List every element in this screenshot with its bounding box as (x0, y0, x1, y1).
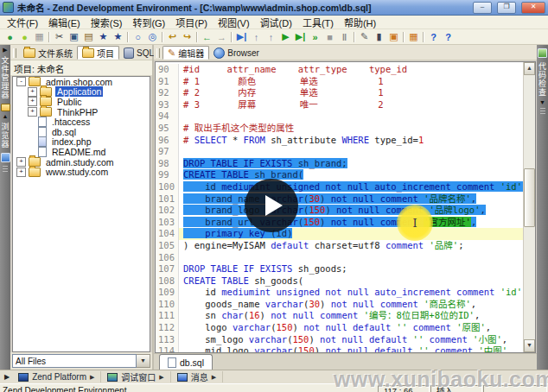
tree-expander-icon[interactable]: + (16, 168, 26, 177)
new-file-icon[interactable]: ● (3, 30, 17, 43)
document-tab-dbsql[interactable]: db.sql (159, 354, 213, 370)
tree-row-3[interactable]: +ThinkPHP (13, 107, 150, 117)
editor-panel-tab-1[interactable]: Browser (209, 47, 264, 59)
code-line-105[interactable]: 105) engine=MyISAM default charset=utf8 … (156, 240, 523, 252)
code-line-97[interactable]: 97 (156, 146, 523, 158)
minimize-button[interactable]: – (473, 2, 492, 14)
cut-icon[interactable]: ✂ (52, 30, 67, 43)
save-icon[interactable]: ▦ (32, 30, 47, 43)
run-icon[interactable]: ▶ (278, 30, 293, 43)
scrollbar-track[interactable] (524, 75, 535, 339)
step-into-icon[interactable]: ↑ (249, 30, 264, 43)
left-panel-tab-0[interactable]: 文件系统 (19, 47, 77, 59)
menu-item-3[interactable]: 转到(G) (127, 16, 170, 29)
tree-expander-icon[interactable]: - (16, 77, 26, 86)
code-line-91[interactable]: 91# 1 颜色 单选 1 (156, 76, 523, 88)
code-line-99[interactable]: 99CREATE TABLE sh_brand( (156, 169, 523, 181)
help-icon[interactable]: ? (426, 30, 441, 43)
forward-icon[interactable]: → (214, 30, 229, 43)
right-dock-strip[interactable]: 代码检查 ▼ (537, 45, 548, 370)
menu-item-7[interactable]: 工具(T) (297, 16, 339, 29)
find-icon[interactable]: ○ (131, 30, 145, 43)
close-button[interactable]: ✕ (521, 2, 545, 14)
code-editor[interactable]: 90#id attr_name attr_type type_id91# 1 颜… (155, 61, 536, 353)
paste-icon[interactable]: ▤ (81, 30, 96, 43)
dock-down-icon[interactable]: ▼ (539, 99, 545, 106)
editor-panel-tab-0[interactable]: ✎编辑器 (162, 46, 209, 60)
bottom-tab-2[interactable]: 消息▶ (171, 371, 223, 383)
menu-item-5[interactable]: 视图(V) (213, 16, 255, 29)
tree-expander-icon[interactable]: + (16, 157, 26, 167)
menu-item-0[interactable]: 文件(F) (2, 16, 43, 29)
bottom-expand-icon[interactable]: ▶ (2, 373, 12, 381)
video-play-button[interactable] (245, 179, 298, 232)
title-bar[interactable]: 未命名 - Zend Development Environment - [C:… (0, 0, 548, 16)
tree-expander-icon[interactable]: + (28, 87, 37, 97)
code-line-93[interactable]: 93# 3 屏幕 唯一 2 (156, 99, 523, 111)
left-panel-tab-1[interactable]: 项目 (77, 46, 119, 60)
inspector-dock-label[interactable]: 代码检查 (537, 62, 548, 97)
toggle-bookmark-icon[interactable]: ★ (96, 30, 111, 43)
code-line-106[interactable]: 106 (156, 252, 523, 264)
browser-dock-label[interactable]: 浏览器 (0, 123, 11, 149)
code-line-100[interactable]: 100 id mediumint unsigned not null auto_… (156, 181, 523, 193)
dock-collapse-icon[interactable]: ▲ (3, 113, 9, 120)
code-line-104[interactable]: 104 primary key (id) (156, 228, 523, 240)
code-line-101[interactable]: 101 brand_name varchar(30) not null comm… (156, 193, 523, 205)
code-line-92[interactable]: 92# 2 内存 单选 1 (156, 87, 523, 99)
code-line-110[interactable]: 110 goods_name varchar(30) not null comm… (156, 299, 523, 311)
left-panel-tab-2[interactable]: SQL (119, 47, 158, 59)
drag-grip[interactable] (13, 48, 16, 58)
analyze-icon[interactable]: ▮ (372, 30, 386, 43)
undo-icon[interactable]: ↩ (165, 30, 180, 43)
tree-row-1[interactable]: +Application (13, 87, 150, 98)
tree-row-2[interactable]: +Public (13, 97, 150, 107)
browser-dock-icon[interactable] (1, 153, 10, 162)
run-to-cursor-icon[interactable]: ▶| (234, 30, 249, 43)
tree-row-6[interactable]: index.php (13, 137, 150, 148)
scroll-up-icon[interactable]: ▲ (524, 62, 535, 75)
code-line-96[interactable]: 96# SELECT * FROM sh_attribute WHERE typ… (156, 135, 523, 147)
code-line-90[interactable]: 90#id attr_name attr_type type_id (156, 64, 523, 76)
step-over-icon[interactable]: ↑ (264, 30, 278, 43)
code-line-114[interactable]: 114 mid_logo varchar(150) not null defau… (156, 345, 523, 352)
redo-icon[interactable]: ↪ (180, 30, 194, 43)
code-line-112[interactable]: 112 logo varchar(150) not null default '… (156, 322, 523, 334)
context-help-icon[interactable]: ? (441, 30, 456, 43)
scrollbar-thumb[interactable] (524, 168, 535, 227)
tree-row-9[interactable]: +www.study.com (13, 167, 150, 177)
tree-row-4[interactable]: .htaccess (13, 117, 150, 127)
left-dock-strip[interactable]: ▶ 文件管理器 ▲ 浏览器 (0, 45, 10, 370)
menu-item-2[interactable]: 搜索(S) (86, 16, 128, 29)
tree-expander-icon[interactable]: + (28, 107, 37, 117)
code-area[interactable]: 90#id attr_name attr_type type_id91# 1 颜… (156, 62, 523, 352)
tree-expander-icon[interactable]: + (28, 97, 37, 106)
chevron-down-icon[interactable]: ▼ (137, 354, 150, 368)
code-line-98[interactable]: 98DROP TABLE IF EXISTS sh_brand; (156, 158, 523, 170)
inspector-dock-icon[interactable] (538, 48, 547, 58)
copy-icon[interactable]: ▣ (67, 30, 81, 43)
bottom-tab-1[interactable]: 调试窗口▶ (101, 371, 170, 383)
bottom-tab-0[interactable]: Zend Platform▶ (12, 371, 101, 383)
code-line-94[interactable]: 94 (156, 111, 523, 123)
tree-row-0[interactable]: -admin.shop.com (13, 77, 150, 87)
pencil-icon[interactable]: ✎ (357, 30, 372, 43)
window-icon[interactable]: ▣ (386, 30, 401, 43)
code-line-108[interactable]: 108CREATE TABLE sh_goods( (156, 275, 523, 288)
fast-forward-icon[interactable]: » (308, 30, 322, 43)
code-line-109[interactable]: 109 id mediumint unsigned not null auto_… (156, 287, 523, 299)
layout-icon[interactable]: ▦ (406, 30, 421, 43)
scroll-down-icon[interactable]: ▼ (524, 339, 535, 352)
stop-icon[interactable]: ■ (322, 30, 337, 43)
restore-button[interactable]: ❐ (497, 2, 516, 14)
vertical-scrollbar[interactable]: ▲ ▼ (523, 62, 535, 352)
code-line-102[interactable]: 102 brand_logo varchar(150) not null com… (156, 205, 523, 217)
code-line-95[interactable]: 95# 取出手机这个类型的属性 (156, 123, 523, 135)
code-line-113[interactable]: 113 sm_logo varchar(150) not null defaul… (156, 334, 523, 346)
menu-item-8[interactable]: 帮助(H) (339, 16, 381, 29)
code-line-107[interactable]: 107DROP TABLE IF EXISTS sh_goods; (156, 263, 523, 275)
go-to-icon[interactable]: ▶| (293, 30, 308, 43)
pause-icon[interactable]: ‖ (337, 30, 352, 43)
tree-row-5[interactable]: db.sql (13, 127, 150, 137)
menu-item-6[interactable]: 调试(D) (255, 16, 297, 29)
